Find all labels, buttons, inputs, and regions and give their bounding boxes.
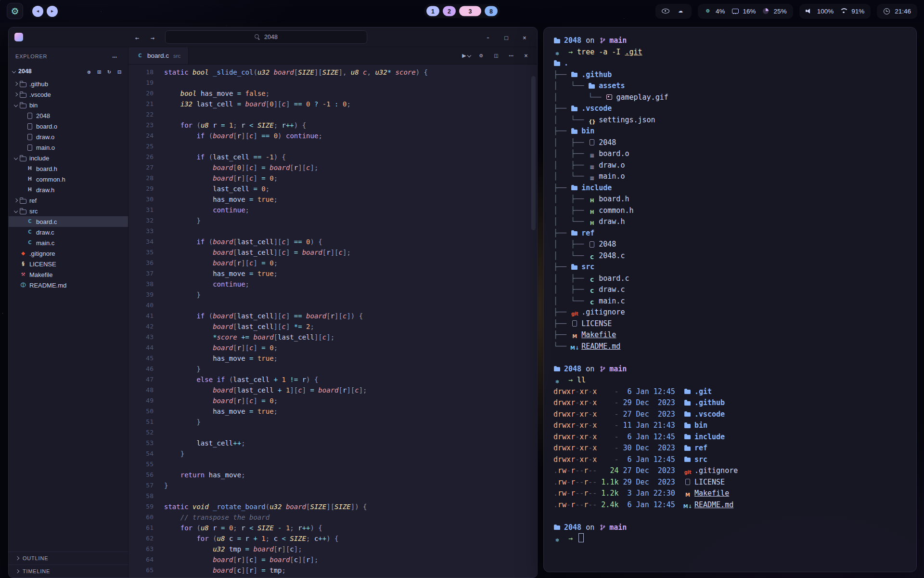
tree-item-board-h[interactable]: Hboard.h: [9, 163, 128, 174]
line-number: 64: [128, 554, 164, 565]
new-folder-button[interactable]: ⊞: [94, 67, 104, 76]
status-widgets: ☁ ⚙4%16%25% 100%91% 21:46: [655, 4, 917, 19]
refresh-button[interactable]: ↻: [104, 67, 114, 76]
project-root-row[interactable]: 2048 ⊕⊞↻⊟: [9, 64, 128, 79]
media-skip-back-button[interactable]: ◂: [32, 6, 43, 17]
editor-area: C board.c src ▶⚙◫⋯× 18static bool _slide…: [128, 47, 537, 578]
tree-item-draw-c[interactable]: Cdraw.c: [9, 227, 128, 237]
tree-item-draw-h[interactable]: Hdraw.h: [9, 184, 128, 195]
workspace-8[interactable]: 8: [485, 6, 498, 16]
c-file-icon: C: [136, 53, 144, 59]
code-line: 22: [128, 109, 537, 120]
tree-output-row: └── M↓README.md: [553, 341, 907, 353]
tree-item--github[interactable]: .github: [9, 79, 128, 89]
terminal-window[interactable]: 2048 on main❄ → tree -a -I .git.├── .git…: [543, 27, 917, 572]
launcher-button[interactable]: ⚙: [7, 3, 23, 19]
permissions: .rw-r--r--: [553, 466, 597, 475]
tab-board-c[interactable]: C board.c src: [128, 47, 189, 64]
nav-forward-button[interactable]: →: [148, 32, 160, 42]
tree-output-row: ├── include: [553, 183, 907, 194]
line-number: 32: [128, 215, 164, 226]
editor-tabbar: C board.c src ▶⚙◫⋯×: [128, 47, 537, 65]
run-button[interactable]: ▶: [460, 50, 473, 62]
tree-item-ref[interactable]: ref: [9, 195, 128, 206]
file-list-row: drwxr-xr-x - 30 Dec 2023 ref: [553, 443, 907, 454]
tree-output-row: ├── MMakefile: [553, 329, 907, 341]
app-logo-icon[interactable]: [14, 33, 23, 41]
code-line: 60 // transpose the board: [128, 512, 537, 523]
tree-output-row: │ ├── ▦draw.o: [553, 160, 907, 171]
tree-item-2048[interactable]: 2048: [9, 110, 128, 121]
forward-icon: →: [149, 35, 156, 42]
settings-button[interactable]: ⚙: [475, 50, 488, 62]
tree-item-Makefile[interactable]: ⚒Makefile: [9, 269, 128, 280]
tree-item-board-o[interactable]: board.o: [9, 121, 128, 131]
workspace-1[interactable]: 1: [426, 6, 439, 16]
tree-item-main-o[interactable]: main.o: [9, 142, 128, 153]
tree-item-src[interactable]: src: [9, 206, 128, 216]
code-line: 53 last_cell++;: [128, 438, 537, 448]
file-outline-icon: [26, 123, 34, 130]
tree-item-include[interactable]: include: [9, 153, 128, 163]
tree-item--vscode[interactable]: .vscode: [9, 89, 128, 100]
panel-timeline[interactable]: TIMELINE: [9, 565, 128, 578]
tree-item--gitignore[interactable]: ◆.gitignore: [9, 248, 128, 259]
command-center-search[interactable]: 2048: [165, 30, 367, 44]
system-stats-widget[interactable]: ⚙4%16%25%: [698, 4, 793, 19]
maximize-button[interactable]: □: [502, 33, 513, 41]
editor-scrollbar[interactable]: [531, 76, 536, 230]
file-list-row: .rw-r--r-- 2.4k 6 Jan 12:45 M↓README.md: [553, 499, 907, 511]
workspace-2[interactable]: 2: [443, 6, 456, 16]
code-line: 39 }: [128, 289, 537, 300]
c-src-icon: C: [588, 300, 596, 306]
workspace-3[interactable]: 3: [459, 6, 481, 16]
tree-item-label: Makefile: [29, 271, 52, 278]
tree-item-README-md[interactable]: ⓘREADME.md: [9, 280, 128, 290]
tree-item-bin[interactable]: bin: [9, 100, 128, 110]
code-line: 27 board[0][c] = board[r][c];: [128, 162, 537, 173]
folder-icon: [588, 82, 596, 89]
sidebar-panels: OUTLINETIMELINE: [9, 552, 128, 578]
panel-outline[interactable]: OUTLINE: [9, 552, 128, 565]
clock-widget[interactable]: 21:46: [877, 4, 917, 19]
file-size: 1.1k: [601, 478, 618, 486]
close-button[interactable]: ×: [520, 50, 532, 62]
entry-name: draw.o: [599, 161, 625, 170]
tree-item-LICENSE[interactable]: §LICENSE: [9, 259, 128, 269]
new-file-button[interactable]: ⊕: [84, 67, 94, 76]
media-skip-forward-button[interactable]: ▸: [47, 6, 58, 17]
collapse-all-button[interactable]: ⊟: [115, 67, 124, 76]
tab-folder-hint: src: [173, 53, 180, 59]
folder-icon: [571, 184, 578, 191]
tree-item-draw-o[interactable]: draw.o: [9, 131, 128, 142]
vscode-window[interactable]: ←→ 2048 –□× EXPLORER ⋯ 2048 ⊕⊞↻⊟ .github…: [8, 27, 538, 578]
entry-name: ref: [694, 444, 707, 452]
prompt-cwd: 2048: [564, 365, 581, 373]
tools-icon: ⚒: [19, 271, 27, 278]
line-number: 57: [128, 480, 164, 491]
code-line: 52: [128, 427, 537, 438]
more-button[interactable]: ⋯: [505, 50, 517, 62]
nav-back-button[interactable]: ←: [132, 32, 145, 42]
code-line: 56 return has_move;: [128, 470, 537, 480]
split-editor-button[interactable]: ◫: [490, 50, 502, 62]
code-editor[interactable]: 18static bool _slide_col(u32 board[SIZE]…: [128, 65, 537, 578]
minimize-button[interactable]: –: [484, 33, 495, 41]
audio-network-widget[interactable]: 100%91%: [799, 4, 871, 19]
entry-name: .git: [694, 387, 712, 396]
folder-icon: [571, 263, 578, 270]
tree-item-board-c[interactable]: Cboard.c: [9, 216, 128, 227]
code-line: 41 if (board[last_cell][c] == board[r][c…: [128, 311, 537, 321]
explorer-more-button[interactable]: ⋯: [111, 52, 121, 61]
weather-widget[interactable]: ☁: [655, 4, 692, 19]
close-button[interactable]: ×: [521, 33, 531, 41]
file-date: 29 Dec 2023: [623, 398, 675, 407]
tree-item-main-c[interactable]: Cmain.c: [9, 237, 128, 248]
folder-outline-icon: [19, 102, 27, 108]
prompt-separator: on: [581, 36, 599, 45]
line-number: 60: [128, 512, 164, 523]
entry-name: ref: [581, 229, 594, 237]
line-number: 61: [128, 523, 164, 533]
tree-item-common-h[interactable]: Hcommon.h: [9, 174, 128, 184]
code-line: 48 board[last_cell + 1][c] = board[r][c]…: [128, 385, 537, 395]
